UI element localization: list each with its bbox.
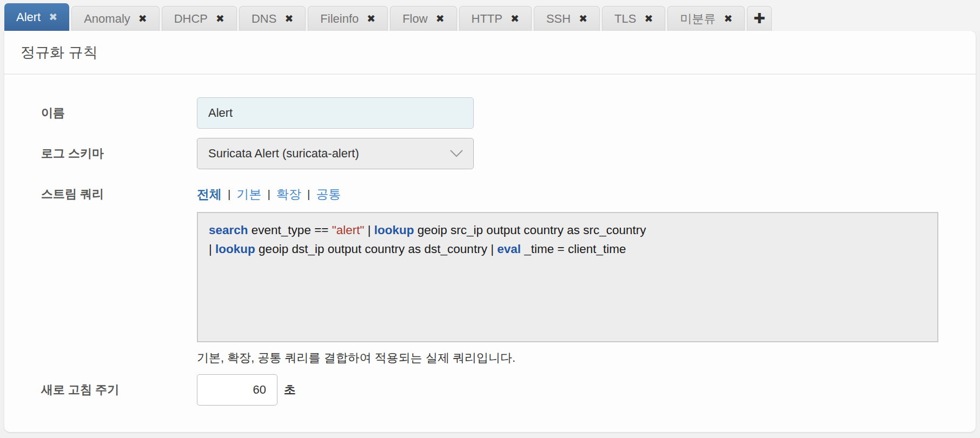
tab-label: SSH — [546, 12, 571, 26]
query-editor[interactable]: search event_type == "alert" | lookup ge… — [197, 212, 938, 342]
query-mode-link-1[interactable]: 기본 — [236, 186, 261, 203]
separator: | — [267, 188, 270, 201]
schema-label: 로그 스키마 — [41, 145, 197, 162]
query-label: 스트림 쿼리 — [41, 186, 197, 202]
page-title: 정규화 규칙 — [21, 43, 98, 62]
add-tab-button[interactable]: ✚ — [747, 6, 772, 31]
tab-label: DNS — [251, 12, 276, 26]
name-row: 이름 — [41, 97, 976, 129]
plus-icon: ✚ — [753, 10, 765, 27]
query-line: | lookup geoip dst_ip output country as … — [209, 240, 926, 258]
query-line: search event_type == "alert" | lookup ge… — [209, 221, 926, 240]
refresh-unit-label: 초 — [284, 382, 296, 398]
tab-label: Alert — [16, 10, 41, 24]
query-column: 전체|기본|확장|공통 search event_type == "alert"… — [197, 186, 938, 366]
tab-label: Anomaly — [84, 12, 130, 26]
close-icon[interactable]: ✖ — [216, 14, 224, 24]
close-icon[interactable]: ✖ — [724, 14, 732, 24]
close-icon[interactable]: ✖ — [367, 14, 375, 24]
refresh-interval-input[interactable] — [197, 374, 277, 406]
tab-fileinfo[interactable]: Fileinfo✖ — [308, 6, 388, 31]
query-help-text: 기본, 확장, 공통 쿼리를 결합하여 적용되는 실제 쿼리입니다. — [197, 350, 938, 366]
tab-anomaly[interactable]: Anomaly✖ — [71, 6, 160, 31]
tab-label: HTTP — [472, 12, 502, 26]
tab-label: DHCP — [174, 12, 208, 26]
query-mode-link-3[interactable]: 공통 — [316, 186, 341, 203]
schema-row: 로그 스키마 Suricata Alert (suricata-alert) — [41, 138, 976, 169]
tab-dhcp[interactable]: DHCP✖ — [162, 6, 237, 31]
query-row: 스트림 쿼리 전체|기본|확장|공통 search event_type == … — [41, 186, 976, 366]
tab-미분류[interactable]: 미분류✖ — [667, 6, 745, 31]
name-label: 이름 — [41, 105, 197, 121]
tab-alert[interactable]: Alert✖ — [4, 3, 69, 31]
tab-bar: Alert✖Anomaly✖DHCP✖DNS✖Fileinfo✖Flow✖HTT… — [0, 0, 980, 31]
separator: | — [307, 188, 310, 201]
close-icon[interactable]: ✖ — [138, 14, 147, 24]
normalization-rule-form: 이름 로그 스키마 Suricata Alert (suricata-alert… — [4, 75, 976, 406]
chevron-down-icon — [449, 149, 463, 158]
log-schema-select[interactable]: Suricata Alert (suricata-alert) — [197, 138, 474, 169]
tab-dns[interactable]: DNS✖ — [239, 6, 306, 31]
name-input[interactable] — [197, 97, 474, 129]
tab-ssh[interactable]: SSH✖ — [534, 6, 600, 31]
tab-http[interactable]: HTTP✖ — [459, 6, 532, 31]
tab-label: Fileinfo — [320, 12, 359, 26]
close-icon[interactable]: ✖ — [579, 14, 587, 24]
close-icon[interactable]: ✖ — [436, 14, 445, 24]
panel-header: 정규화 규칙 — [4, 31, 976, 75]
refresh-row: 새로 고침 주기 초 — [41, 374, 976, 406]
close-icon[interactable]: ✖ — [284, 14, 293, 24]
close-icon[interactable]: ✖ — [49, 12, 57, 22]
tab-tls[interactable]: TLS✖ — [602, 6, 665, 31]
log-schema-selected-value: Suricata Alert (suricata-alert) — [208, 147, 359, 161]
query-mode-link-0[interactable]: 전체 — [197, 186, 222, 203]
close-icon[interactable]: ✖ — [511, 14, 519, 24]
tab-flow[interactable]: Flow✖ — [390, 6, 456, 31]
separator: | — [228, 188, 230, 201]
query-mode-link-2[interactable]: 확장 — [276, 186, 301, 203]
page: Alert✖Anomaly✖DHCP✖DNS✖Fileinfo✖Flow✖HTT… — [0, 0, 980, 438]
query-mode-links: 전체|기본|확장|공통 — [197, 186, 938, 202]
tab-label: 미분류 — [680, 11, 716, 27]
tab-label: Flow — [402, 12, 427, 26]
tab-label: TLS — [614, 12, 636, 26]
close-icon[interactable]: ✖ — [644, 14, 653, 24]
refresh-label: 새로 고침 주기 — [41, 382, 197, 398]
content-panel: 정규화 규칙 이름 로그 스키마 Suricata Alert (suricat… — [4, 31, 976, 432]
